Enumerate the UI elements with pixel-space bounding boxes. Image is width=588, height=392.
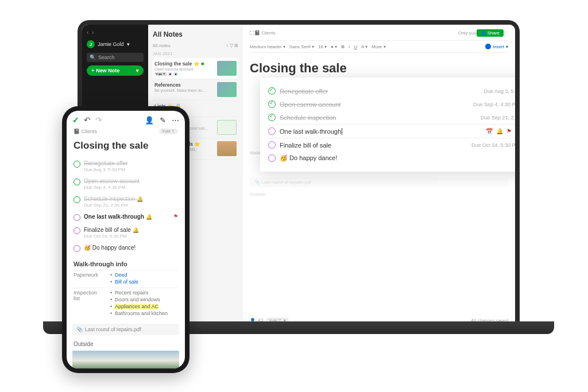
user-menu[interactable]: J Jamie Gold ▾: [87, 40, 144, 48]
bell-icon[interactable]: 🔔: [496, 128, 503, 134]
note-thumbnail: [217, 120, 237, 135]
calendar-icon[interactable]: 📅: [486, 128, 493, 134]
task-row[interactable]: Open escrow accountDue Sep 4, 4:30 PM: [74, 175, 178, 193]
task-due: Due Sep 4, 4:30 PM: [473, 102, 515, 107]
search-icon: 🔍: [90, 55, 96, 60]
note-title[interactable]: Closing the sale: [67, 135, 185, 157]
task-row[interactable]: 🥳 Do happy dance!: [74, 242, 178, 255]
chevron-down-icon: ▾: [136, 68, 139, 73]
list-item: Appliances and AC: [110, 304, 178, 309]
chevron-down-icon: ▾: [127, 41, 130, 47]
task-row[interactable]: Renegotiate offer Due Aug 3, 5:30 PM: [268, 84, 515, 98]
breadcrumb-notebook[interactable]: Clients: [261, 30, 275, 36]
task-due: Due Oct 24, 5:30 PM: [471, 142, 515, 148]
search-input[interactable]: 🔍 Search: [87, 53, 144, 62]
section-label: Outside: [67, 340, 185, 348]
note-thumbnail: [217, 141, 237, 156]
done-button[interactable]: ✓: [72, 115, 79, 125]
more-format-button[interactable]: More ▾: [372, 44, 385, 49]
share-button[interactable]: 👤 Share: [477, 29, 504, 37]
font-dropdown[interactable]: Sans Serif ▾: [289, 44, 314, 49]
task-checkbox[interactable]: [74, 161, 80, 168]
task-checkbox[interactable]: [268, 114, 276, 121]
style-icon[interactable]: ✎: [160, 116, 166, 125]
more-icon[interactable]: ⋯: [172, 116, 179, 125]
new-note-button[interactable]: + New Note ▾: [87, 65, 144, 76]
task-row[interactable]: Finalize bill of sale Due Oct 24, 5:30 P…: [268, 138, 515, 152]
task-row[interactable]: Schedule inspection 🔔Due Sep 21, 2:30 PM: [74, 193, 178, 211]
link[interactable]: Bill of sale: [115, 279, 138, 285]
bell-icon: 🔔: [137, 196, 143, 202]
list-options-icon[interactable]: ↕ ▽ ⊞: [226, 43, 238, 48]
nav-arrows[interactable]: ‹ ›: [87, 29, 144, 36]
task-text: 🥳 Do happy dance!: [280, 154, 515, 162]
task-row[interactable]: Schedule inspection Due Sep 21, 2:30 PM: [268, 111, 515, 124]
note-card-preview: Open escrow account: [154, 67, 215, 71]
task-due: Due Aug 3, 5:30 PM: [483, 88, 515, 94]
italic-button[interactable]: I: [349, 44, 350, 49]
section-heading: Walk-through info: [67, 255, 185, 270]
flag-icon: ⚑: [173, 214, 178, 219]
task-checkbox[interactable]: [268, 100, 276, 108]
color-picker[interactable]: ● ▾: [331, 44, 337, 49]
phone-task-list: Renegotiate offerDue Aug 3, 5:30 PM Open…: [67, 157, 185, 255]
flag-icon[interactable]: ⚑: [506, 128, 512, 134]
task-checkbox[interactable]: [74, 196, 80, 203]
month-header: JAN 2021: [153, 52, 238, 56]
task-checkbox[interactable]: [268, 141, 276, 149]
more-icon[interactable]: ⋮: [504, 30, 508, 36]
note-list-title: All Notes: [153, 30, 238, 38]
task-checkbox[interactable]: [74, 227, 80, 234]
task-row[interactable]: One last walk-through 🔔 ⚑: [74, 211, 178, 224]
image-attachment[interactable]: [72, 351, 179, 368]
assignee-pill[interactable]: Yuki T.: [159, 129, 178, 134]
search-placeholder: Search: [98, 55, 115, 60]
expand-icon[interactable]: ⛶: [250, 30, 254, 36]
task-due: Due Sep 21, 2:30 PM: [481, 115, 515, 121]
avatar: J: [87, 40, 95, 48]
task-row[interactable]: Renegotiate offerDue Aug 3, 5:30 PM: [74, 157, 178, 175]
link[interactable]: Deed: [115, 272, 127, 278]
bold-button[interactable]: B: [341, 44, 345, 49]
task-text: Finalize bill of sale: [280, 142, 467, 149]
size-dropdown[interactable]: 16 ▾: [318, 44, 327, 49]
undo-button[interactable]: ↶: [84, 115, 91, 125]
task-text-input[interactable]: One last walk-through: [280, 128, 482, 135]
task-row[interactable]: 🥳 Do happy dance!: [268, 152, 515, 165]
task-checkbox[interactable]: [268, 154, 276, 162]
info-table: Paperwork Deed Bill of sale Inspection l…: [67, 270, 185, 319]
task-checkbox[interactable]: [74, 245, 80, 252]
task-checkbox[interactable]: [74, 214, 80, 221]
note-card[interactable]: Closing the sale ⭐ ■ Open escrow account…: [153, 58, 238, 79]
list-item: Doors and windows: [110, 297, 178, 302]
editor-toolbar: Medium header ▾ Sans Serif ▾ 16 ▾ ● ▾ B …: [250, 40, 508, 53]
new-note-label: New Note: [96, 68, 119, 73]
bell-icon: 🔔: [146, 214, 152, 220]
underline-button[interactable]: U: [354, 44, 357, 49]
note-title[interactable]: Closing the sale: [250, 61, 508, 76]
highlight-button[interactable]: A ▾: [361, 44, 368, 49]
phone-toolbar: ✓ ↶ ↷ 👤 ✎ ⋯: [67, 111, 185, 127]
task-text: Schedule inspection: [280, 114, 477, 121]
task-row[interactable]: Open escrow account Due Sep 4, 4:30 PM 📌: [268, 98, 515, 111]
task-checkbox[interactable]: [74, 178, 80, 185]
note-count: 86 notes: [153, 43, 171, 48]
breadcrumb-notebook[interactable]: 📓 Clients: [74, 129, 97, 134]
list-item: Recent repairs: [110, 290, 178, 296]
task-checkbox[interactable]: [268, 127, 276, 135]
task-row[interactable]: Finalize bill of sale 🔔Due Oct 24, 5:30 …: [74, 224, 178, 242]
header-dropdown[interactable]: Medium header ▾: [250, 44, 285, 49]
note-card-title: Closing the sale ⭐ ■: [154, 61, 215, 67]
insert-button[interactable]: Insert ▾: [485, 44, 508, 49]
tasks-popover: Renegotiate offer Due Aug 3, 5:30 PM Ope…: [260, 77, 515, 172]
person-icon[interactable]: 👤: [145, 116, 154, 125]
task-row-active[interactable]: One last walk-through 📅 🔔 ⚑ 🗑 ⋯: [268, 124, 515, 138]
task-text: Open escrow account: [280, 101, 469, 108]
task-checkbox[interactable]: [268, 87, 276, 95]
redo-button[interactable]: ↷: [95, 115, 102, 125]
bell-icon: 🔔: [133, 227, 139, 233]
note-card[interactable]: ReferencesBe yourself. Make them do…: [153, 79, 238, 100]
plus-icon: +: [91, 68, 94, 73]
note-card-title: References: [154, 82, 215, 88]
attachment-pdf[interactable]: 📎 Last round of repairs.pdf: [72, 324, 179, 335]
